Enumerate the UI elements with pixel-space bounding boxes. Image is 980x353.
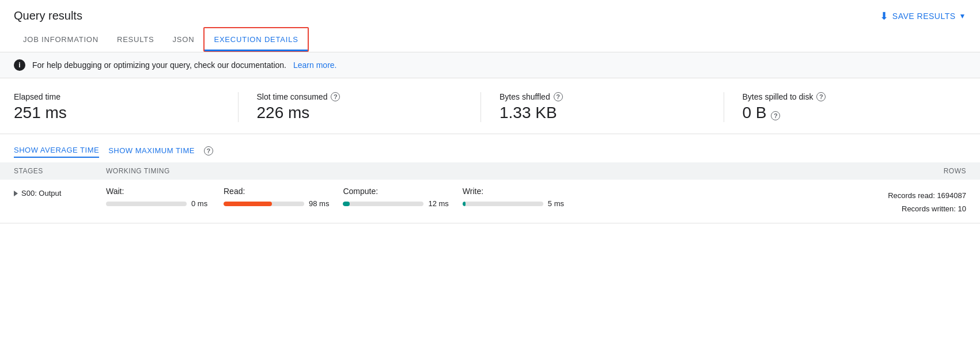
info-banner: i For help debugging or optimizing your … (0, 52, 980, 78)
tabs-bar: JOB INFORMATION RESULTS JSON EXECUTION D… (0, 27, 980, 52)
time-toggle-row: SHOW AVERAGE TIME SHOW MAXIMUM TIME ? (0, 134, 980, 162)
bytes-shuffled-help-icon[interactable]: ? (554, 92, 563, 101)
tab-execution-details[interactable]: EXECUTION DETAILS (203, 27, 308, 52)
timing-read: Read: 98 ms (224, 187, 329, 208)
timing-compute-label: Compute: (343, 187, 448, 196)
records-written: Records written: 10 (851, 202, 966, 215)
timing-read-bar-row: 98 ms (224, 199, 329, 208)
time-toggle-help-icon[interactable]: ? (204, 146, 213, 155)
metric-elapsed-time-label: Elapsed time (14, 92, 224, 101)
metric-elapsed-time: Elapsed time 251 ms (14, 92, 239, 122)
tab-job-information[interactable]: JOB INFORMATION (14, 27, 108, 52)
write-progress-bg (463, 202, 543, 206)
stages-table-header: Stages Working timing Rows (0, 162, 980, 180)
stages-col-header: Stages (14, 167, 106, 175)
save-results-label: SAVE RESULTS (892, 12, 956, 21)
save-results-button[interactable]: ⬇ SAVE RESULTS ▼ (880, 10, 966, 22)
timing-wait-value: 0 ms (191, 199, 207, 208)
metric-bytes-spilled-label: Bytes spilled to disk ? (743, 92, 953, 101)
wait-progress-bg (106, 202, 187, 206)
timing-compute-value: 12 ms (428, 199, 448, 208)
info-banner-text: For help debugging or optimizing your qu… (32, 60, 286, 70)
dropdown-arrow-icon: ▼ (959, 12, 966, 20)
learn-more-link[interactable]: Learn more. (293, 60, 336, 70)
write-progress-fill (463, 202, 466, 206)
timing-wait-label: Wait: (106, 187, 210, 196)
tab-json[interactable]: JSON (164, 27, 204, 52)
show-maximum-time-button[interactable]: SHOW MAXIMUM TIME (108, 144, 195, 157)
timing-read-value: 98 ms (309, 199, 329, 208)
metric-elapsed-time-value: 251 ms (14, 104, 224, 122)
compute-progress-bg (343, 202, 423, 206)
timing-write: Write: 5 ms (463, 187, 566, 208)
bytes-spilled-value-help-icon[interactable]: ? (771, 111, 780, 120)
show-average-time-button[interactable]: SHOW AVERAGE TIME (14, 143, 99, 158)
timing-wait-bar-row: 0 ms (106, 199, 210, 208)
info-icon: i (14, 59, 25, 71)
timing-col: Wait: 0 ms Read: 98 ms Compute: (106, 187, 851, 208)
rows-col-header: Rows (851, 167, 966, 175)
records-read: Records read: 1694087 (851, 189, 966, 202)
timing-write-value: 5 ms (548, 199, 564, 208)
rows-col: Records read: 1694087 Records written: 1… (851, 187, 966, 216)
table-row: S00: Output Wait: 0 ms Read: 98 ms (0, 180, 980, 223)
read-progress-fill (224, 202, 272, 206)
metric-slot-time-label: Slot time consumed ? (257, 92, 467, 101)
stage-name: S00: Output (21, 189, 61, 198)
metric-bytes-shuffled-label: Bytes shuffled ? (500, 92, 710, 101)
metric-slot-time: Slot time consumed ? 226 ms (257, 92, 482, 122)
timing-wait: Wait: 0 ms (106, 187, 210, 208)
expand-stage-icon[interactable] (14, 191, 18, 196)
timing-write-bar-row: 5 ms (463, 199, 566, 208)
timing-write-label: Write: (463, 187, 566, 196)
metric-bytes-spilled: Bytes spilled to disk ? 0 B ? (743, 92, 967, 122)
read-progress-bg (224, 202, 304, 206)
tab-results[interactable]: RESULTS (108, 27, 164, 52)
page-title: Query results (14, 9, 82, 22)
metrics-row: Elapsed time 251 ms Slot time consumed ?… (0, 78, 980, 134)
metric-bytes-shuffled: Bytes shuffled ? 1.33 KB (500, 92, 724, 122)
stage-name-col: S00: Output (14, 187, 106, 198)
metric-slot-time-value: 226 ms (257, 104, 467, 122)
timing-compute: Compute: 12 ms (343, 187, 448, 208)
page-header: Query results ⬇ SAVE RESULTS ▼ (0, 0, 980, 27)
metric-bytes-shuffled-value: 1.33 KB (500, 104, 710, 122)
slot-time-help-icon[interactable]: ? (331, 92, 340, 101)
compute-progress-fill (343, 202, 349, 206)
metric-bytes-spilled-value: 0 B ? (743, 104, 953, 122)
bytes-spilled-help-icon[interactable]: ? (816, 92, 826, 101)
download-icon: ⬇ (880, 10, 889, 22)
timing-read-label: Read: (224, 187, 329, 196)
timing-col-header: Working timing (106, 167, 851, 175)
timing-compute-bar-row: 12 ms (343, 199, 448, 208)
